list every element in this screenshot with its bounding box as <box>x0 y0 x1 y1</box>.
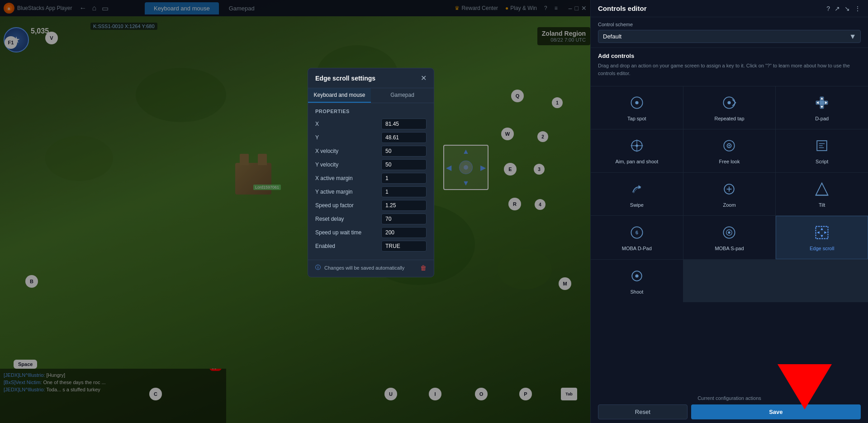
control-moba-d-pad[interactable]: 6 MOBA D-Pad <box>591 216 683 259</box>
prop-row-x: X <box>315 119 427 129</box>
reset-button[interactable]: Reset <box>598 404 688 419</box>
modal-body: Properties X Y X velocity Y velocity <box>308 103 434 260</box>
control-zoom[interactable]: Zoom <box>683 173 776 215</box>
prop-value-x[interactable] <box>381 119 427 129</box>
svg-text:6: 6 <box>636 229 638 235</box>
add-controls-section: Add controls Drag and drop an action on … <box>591 48 868 86</box>
repeated-tap-icon <box>720 94 738 112</box>
prop-row-resetdelay: Reset delay <box>315 214 427 224</box>
control-shoot[interactable]: Shoot <box>591 260 683 302</box>
prop-value-y[interactable] <box>381 132 427 143</box>
prop-value-enabled[interactable] <box>381 241 427 252</box>
delete-button[interactable]: 🗑 <box>420 264 427 271</box>
auto-save-note: Changes will be saved automatically <box>324 265 417 271</box>
svg-point-15 <box>636 145 638 147</box>
modal-overlay: Edge scroll settings ✕ Keyboard and mous… <box>0 0 590 423</box>
control-tilt[interactable]: Tilt <box>776 173 868 215</box>
control-script[interactable]: Script <box>776 129 868 172</box>
modal-tab-gamepad[interactable]: Gamepad <box>371 88 434 103</box>
svg-marker-36 <box>821 228 823 230</box>
aim-pan-shoot-label: Aim, pan and shoot <box>615 158 658 165</box>
prop-value-xmargin[interactable] <box>381 173 427 184</box>
moba-s-pad-label: MOBA S-pad <box>715 245 744 252</box>
controls-grid: Tap spot Repeated tap <box>591 86 868 302</box>
modal-tab-keyboard[interactable]: Keyboard and mouse <box>308 88 371 103</box>
prop-value-speedfactor[interactable] <box>381 200 427 211</box>
prop-value-speedwait[interactable] <box>381 227 427 238</box>
control-aim-pan-shoot[interactable]: Aim, pan and shoot <box>591 129 683 172</box>
control-free-look[interactable]: Free look <box>683 129 776 172</box>
panel-import-icon[interactable]: ↗ <box>835 5 840 12</box>
prop-row-xmargin: X active margin <box>315 173 427 184</box>
prop-value-resetdelay[interactable] <box>381 214 427 224</box>
controls-scroll: Tap spot Repeated tap <box>591 86 868 392</box>
prop-row-xvel: X velocity <box>315 146 427 157</box>
control-d-pad[interactable]: D-pad <box>776 86 868 129</box>
free-look-label: Free look <box>719 158 740 165</box>
prop-row-yvel: Y velocity <box>315 159 427 170</box>
scheme-select[interactable]: Default <box>598 30 861 43</box>
prop-row-enabled: Enabled <box>315 241 427 252</box>
panel-share-icon[interactable]: ⋮ <box>854 5 861 12</box>
shoot-icon <box>628 267 646 285</box>
props-title: Properties <box>315 109 427 114</box>
swipe-icon <box>628 180 646 198</box>
scheme-label: Control scheme <box>598 22 861 27</box>
prop-value-yvel[interactable] <box>381 159 427 170</box>
d-pad-label: D-pad <box>815 115 829 122</box>
add-controls-title: Add controls <box>598 52 861 59</box>
svg-marker-27 <box>816 183 828 195</box>
modal-tabs: Keyboard and mouse Gamepad <box>308 88 434 103</box>
prop-row-speedwait: Speed up wait time <box>315 227 427 238</box>
prop-value-xvel[interactable] <box>381 146 427 157</box>
svg-marker-37 <box>821 235 823 237</box>
control-swipe[interactable]: Swipe <box>591 173 683 215</box>
moba-s-pad-icon <box>720 223 738 242</box>
tilt-label: Tilt <box>819 202 825 208</box>
svg-marker-23 <box>638 185 640 189</box>
svg-point-41 <box>635 275 638 278</box>
shoot-label: Shoot <box>630 289 643 295</box>
aim-pan-shoot-icon <box>628 137 646 155</box>
zoom-label: Zoom <box>723 202 735 208</box>
d-pad-icon <box>813 94 831 112</box>
control-moba-s-pad[interactable]: MOBA S-pad <box>683 216 776 259</box>
prop-row-speedfactor: Speed up factor <box>315 200 427 211</box>
control-tap-spot[interactable]: Tap spot <box>591 86 683 129</box>
moba-d-pad-label: MOBA D-Pad <box>622 245 652 252</box>
prop-row-y: Y <box>315 132 427 143</box>
panel-header-icons: ? ↗ ↘ ⋮ <box>826 5 861 12</box>
control-repeated-tap[interactable]: Repeated tap <box>683 86 776 129</box>
free-look-icon <box>720 137 738 155</box>
zoom-icon <box>720 180 738 198</box>
scheme-wrapper: Default ▼ <box>598 30 861 43</box>
svg-point-3 <box>635 101 638 104</box>
panel-help-icon[interactable]: ? <box>826 5 830 12</box>
panel-export-icon[interactable]: ↘ <box>844 5 850 12</box>
panel-header: Controls editor ? ↗ ↘ ⋮ <box>591 0 868 17</box>
control-edge-scroll[interactable]: Edge scroll <box>776 216 868 259</box>
modal-close-button[interactable]: ✕ <box>421 74 427 82</box>
script-label: Script <box>816 158 828 165</box>
tap-spot-icon <box>628 94 646 112</box>
add-controls-desc: Drag and drop an action on your game scr… <box>598 62 861 77</box>
modal-header: Edge scroll settings ✕ <box>308 68 434 88</box>
controls-editor-panel: Controls editor ? ↗ ↘ ⋮ Control scheme D… <box>590 0 868 423</box>
tilt-icon <box>813 180 831 198</box>
svg-point-34 <box>728 231 730 233</box>
swipe-label: Swipe <box>630 202 644 208</box>
prop-value-ymargin[interactable] <box>381 186 427 197</box>
modal-footer: ⓘ Changes will be saved automatically 🗑 <box>308 260 434 277</box>
svg-point-18 <box>729 145 730 147</box>
modal-title: Edge scroll settings <box>315 75 375 82</box>
edge-scroll-label: Edge scroll <box>810 245 834 252</box>
svg-marker-39 <box>825 231 827 233</box>
red-arrow-annotation <box>778 364 832 409</box>
svg-point-5 <box>728 101 731 104</box>
moba-d-pad-icon: 6 <box>628 223 646 242</box>
edge-scroll-modal: Edge scroll settings ✕ Keyboard and mous… <box>308 68 434 277</box>
save-button[interactable]: Save <box>691 404 861 419</box>
game-area: B BlueStacks App Player ← ⌂ ▭ Keyboard a… <box>0 0 590 423</box>
tap-spot-label: Tap spot <box>627 115 646 122</box>
edge-scroll-icon <box>813 223 831 242</box>
